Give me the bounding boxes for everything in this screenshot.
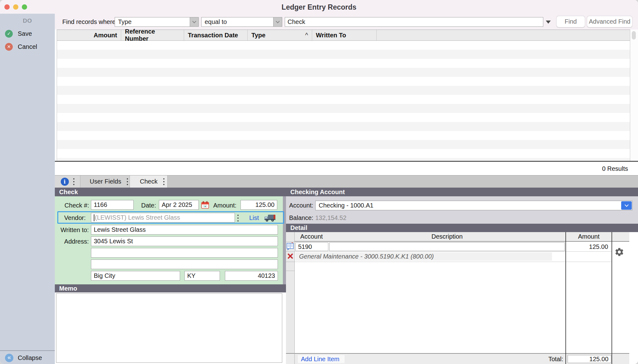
chevron-down-icon [273,17,282,26]
collapse-label: Collapse [18,354,42,362]
column-header-type[interactable]: Type ^ [248,30,312,40]
save-button[interactable]: ✓ Save [5,29,52,38]
detail-column-amount[interactable]: Amount [566,232,612,241]
line-item-row-divider [295,251,612,252]
line-item-description-input[interactable] [329,242,565,251]
icon-column-right-border [294,232,295,364]
account-dropdown[interactable]: Checking - 1000.A1 [315,201,632,210]
column-header-filler [377,30,638,40]
state-input[interactable]: KY [184,271,220,281]
save-label: Save [18,30,32,37]
tab-check[interactable]: Check [130,175,167,188]
line-item-row-divider [295,262,612,262]
amount-label: Amount: [206,202,236,209]
records-scrollbar-track[interactable] [630,30,638,161]
amount-column-left-border [565,232,566,364]
line-item-amount[interactable]: 125.00 [569,242,608,251]
account-dropdown-value: Checking - 1000.A1 [319,202,374,209]
total-label: Total: [523,355,563,363]
panel-gap-strip [283,196,286,284]
truck-icon[interactable] [264,214,276,224]
info-icon: i [61,178,69,186]
vendor-list-link[interactable]: List [249,214,259,222]
tab-info[interactable]: i [55,175,80,188]
city-input[interactable]: Big City [91,271,180,281]
address-line1-input[interactable]: 3045 Lewis St [91,236,278,246]
cancel-label: Cancel [18,43,37,50]
balance-value: 132,154.52 [315,213,346,222]
sidebar-divider [0,350,55,351]
sidebar [0,14,55,364]
sidebar-section-label: DO [0,17,55,24]
sort-ascending-icon: ^ [305,32,308,39]
field-dropdown-value: Type [118,18,131,26]
memo-section-header: Memo [55,284,286,292]
save-check-icon: ✓ [5,30,13,38]
add-line-item-link[interactable]: Add Line Item [301,356,339,363]
date-label: Date: [131,202,156,209]
icon-column-divider [286,271,294,271]
amount-input[interactable]: 125.00 [240,200,277,210]
check-number-label: Check #: [55,202,89,209]
memo-textarea[interactable] [56,293,282,363]
field-dropdown[interactable]: Type [115,17,199,27]
search-value-input[interactable]: Check [285,17,543,27]
tab-options-icon[interactable] [163,177,164,186]
tab-bar: i User Fields Check [55,175,638,188]
cancel-x-icon: × [5,43,13,51]
records-table-body[interactable] [57,41,630,161]
tab-options-icon[interactable] [73,177,74,186]
detail-column-description[interactable]: Description [328,232,566,241]
operator-dropdown-value: equal to [205,18,227,26]
find-button[interactable]: Find [556,16,585,27]
operator-dropdown[interactable]: equal to [201,17,282,27]
find-records-label: Find records where [62,17,116,27]
advanced-find-button[interactable]: Advanced Find [587,16,632,27]
check-section-header: Check [55,188,286,196]
collapse-button[interactable]: « Collapse [5,353,52,362]
line-settings-gear-icon[interactable] [614,247,624,259]
line-item-account-input[interactable]: 5190 [295,242,328,251]
zip-input[interactable]: 40123 [225,271,278,281]
column-header-written-to[interactable]: Written To [312,30,377,40]
detail-section-header: Detail [286,224,638,232]
tab-user-fields[interactable]: User Fields [80,175,130,188]
detail-column-account[interactable]: Account [295,232,328,241]
text-cursor [94,214,94,221]
icon-column-divider [286,242,294,242]
amount-column-right-border [612,232,612,364]
balance-label: Balance: [289,213,313,222]
icon-column-divider [286,262,294,262]
chevron-down-icon [190,17,198,26]
account-label: Account: [289,201,313,210]
vendor-options-icon[interactable] [237,214,239,222]
line-item-account-full-name: General Maintenance - 3000.5190.K.K1 (80… [295,252,552,261]
check-number-input[interactable]: 1166 [91,200,134,210]
cancel-button[interactable]: × Cancel [5,42,52,51]
written-to-label: Written to: [55,226,89,234]
column-header-reference-number[interactable]: Reference Number [121,30,184,40]
vendor-label: Vendor: [55,214,86,222]
add-line-item-chip[interactable]: Add Line Item [298,355,345,363]
column-header-amount[interactable]: Amount [57,30,121,40]
double-chevron-left-icon: « [5,354,13,362]
results-count: 0 Results [530,165,628,172]
remove-line-icon[interactable]: × [286,251,295,261]
window-title: Ledger Entry Records [0,3,638,12]
detail-table-background [286,232,638,364]
tab-options-icon[interactable] [127,177,128,186]
records-scrollbar-thumb[interactable] [632,31,636,40]
written-to-input[interactable]: Lewis Street Glass [91,225,278,235]
address-line3-input[interactable] [91,259,278,269]
icon-column-divider [286,251,294,252]
date-input[interactable]: Apr 2 2025 [159,200,199,210]
total-value: 125.00 [568,355,611,363]
search-history-arrow-icon[interactable] [546,21,551,24]
checking-account-header: Checking Account [286,188,638,196]
column-header-transaction-date[interactable]: Transaction Date [184,30,248,40]
address-line2-input[interactable] [91,248,278,258]
address-label: Address: [55,238,89,245]
chevron-down-icon [621,201,632,210]
ledger-entry-records-window: Ledger Entry Records DO ✓ Save × Cancel … [0,0,638,364]
vendor-input[interactable]: (LEWISST) Lewis Street Glass [91,213,235,222]
